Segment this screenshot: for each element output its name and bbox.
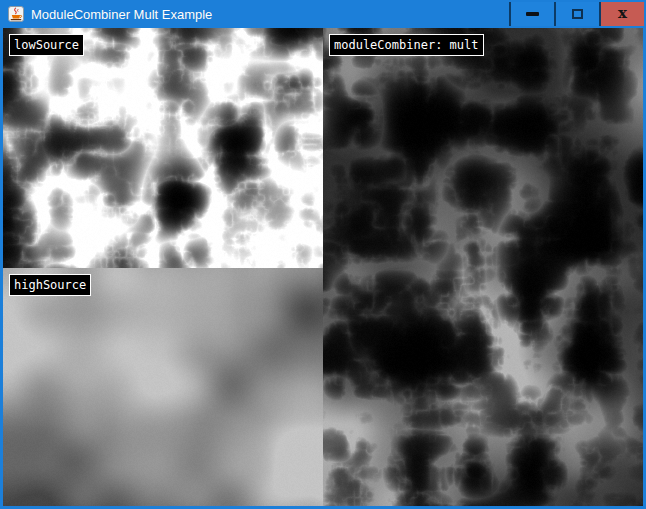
low-source-label: lowSource — [9, 34, 84, 56]
maximize-square-icon — [572, 9, 583, 19]
java-coffee-cup-icon — [8, 6, 24, 22]
close-button[interactable]: x — [599, 2, 644, 26]
left-column: lowSource highSource — [3, 28, 323, 506]
mult-noise-canvas — [323, 28, 643, 506]
low-noise-canvas — [3, 28, 323, 268]
app-window: ModuleCombiner Mult Example x lowSource … — [0, 0, 646, 509]
minimize-dash-icon — [526, 12, 539, 16]
high-source-label: highSource — [9, 274, 91, 296]
mult-result-panel: moduleCombiner: mult — [323, 28, 643, 506]
high-source-panel: highSource — [3, 268, 323, 506]
minimize-button[interactable] — [509, 2, 554, 26]
window-title: ModuleCombiner Mult Example — [31, 7, 212, 22]
mult-result-label: moduleCombiner: mult — [329, 34, 484, 56]
high-noise-canvas — [3, 268, 323, 506]
titlebar[interactable]: ModuleCombiner Mult Example x — [0, 0, 646, 28]
window-controls: x — [509, 2, 644, 26]
close-x-icon: x — [618, 6, 627, 21]
low-source-panel: lowSource — [3, 28, 323, 268]
maximize-button[interactable] — [554, 2, 599, 26]
content-area: lowSource highSource moduleCombiner: mul… — [3, 28, 643, 506]
